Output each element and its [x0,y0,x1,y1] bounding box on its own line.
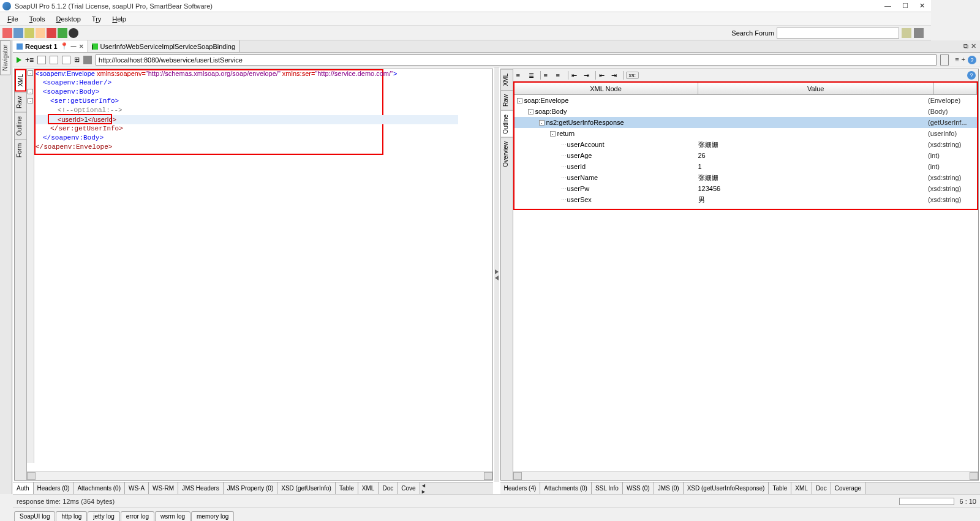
btab-attachments-0-[interactable]: Attachments (0) [540,482,592,494]
fold-icon[interactable]: - [28,98,33,103]
btab-doc[interactable]: Doc [812,482,831,494]
btab-headers-4-[interactable]: Headers (4) [500,482,541,494]
stop-button[interactable] [83,56,92,64]
navigator-tab[interactable]: Navigator [0,40,10,75]
menu-desktop[interactable]: Desktop [51,14,85,24]
align-icon[interactable]: ≡ [543,71,553,80]
toggle-icon[interactable]: - [550,131,556,137]
menu-help[interactable]: Help [107,14,131,24]
splitter[interactable] [494,67,499,482]
logtab-jetty-log[interactable]: jetty log [88,511,119,521]
user-icon[interactable] [36,28,45,38]
tree-row[interactable]: ⋯userAccount张姗姗(xsd:string) [514,139,932,150]
maximize-button[interactable]: ☐ [902,2,908,10]
tree-row[interactable]: ⋯userAge26(int) [514,150,932,161]
tree-row[interactable]: -soap:Body(Body) [514,106,932,117]
btab-table[interactable]: Table [769,482,791,494]
indent-icon[interactable]: ⇥ [611,71,620,80]
tab-min-icon[interactable]: — [71,43,77,50]
col-value[interactable]: Value [698,83,932,94]
tb-btn-2[interactable] [50,56,58,64]
logtab-memory-log[interactable]: memory log [191,511,234,521]
fold-icon[interactable]: - [28,70,33,76]
search-icon[interactable] [902,28,911,38]
vtab-xml[interactable]: XML [501,69,513,90]
search-forum-input[interactable] [777,28,899,39]
btab-xsd-getuserinforesponse-[interactable]: XSD (getUserInfoResponse) [684,482,769,494]
indent-icon[interactable]: ⇤ [598,71,608,80]
menu-tools[interactable]: Tools [24,14,50,24]
btab-ws-rm[interactable]: WS-RM [149,482,178,494]
splitter-left-icon[interactable] [495,275,499,280]
btab-xml[interactable]: XML [791,482,812,494]
indent-icon[interactable]: ⇥ [583,71,593,80]
cut-icon[interactable] [47,28,56,38]
btab-headers-0-[interactable]: Headers (0) [34,482,74,494]
logtab-error-log[interactable]: error log [121,511,154,521]
align-icon[interactable]: ≡ [556,71,565,80]
new-icon[interactable] [2,28,12,38]
toggle-icon[interactable]: - [528,109,533,114]
btab-table[interactable]: Table [336,482,358,494]
tb-btn-4[interactable]: ⊞ [74,56,80,64]
h-scrollbar[interactable] [513,471,932,480]
btab-jms-headers[interactable]: JMS Headers [178,482,224,494]
tree-row[interactable]: ⋯userId1(int) [514,161,932,172]
save-icon[interactable] [13,28,23,38]
vtab-form[interactable]: Form [15,139,26,161]
tree-row[interactable]: -ns2:getUserInfoResponse(getUserInf... [514,117,932,128]
col-xml-node[interactable]: XML Node [514,83,698,94]
tab-request-1[interactable]: Request 1 📍 — ✕ [13,40,88,52]
vtab-outline[interactable]: Outline [15,112,26,140]
menu-try[interactable]: Try [87,14,106,24]
h-scrollbar[interactable] [27,471,492,480]
tab-pin-icon[interactable]: 📍 [60,42,69,50]
tab-binding[interactable]: I UserInfoWebServiceImplServiceSoapBindi… [88,40,240,52]
indent-icon[interactable]: ⇤ [571,71,581,80]
settings-icon[interactable] [914,28,924,38]
align-icon[interactable]: ≣ [528,71,538,80]
tab-close-button[interactable]: ✕ [79,43,84,50]
tree-row[interactable]: ⋯userName张姗姗(xsd:string) [514,172,932,183]
btab-jms-property-0-[interactable]: JMS Property (0) [224,482,278,494]
toggle-icon[interactable]: - [539,120,545,126]
btab-jms-0-[interactable]: JMS (0) [654,482,684,494]
btab-xsd-getuserinfo-[interactable]: XSD (getUserInfo) [277,482,336,494]
splitter-right-icon[interactable] [495,269,499,274]
vtab-overview[interactable]: Overview [501,137,513,171]
btab-cove[interactable]: Cove [398,482,420,494]
xml-editor[interactable]: - - - <soapenv:Envelope xmlns:soapenv="h… [27,69,492,480]
toggle-icon[interactable]: - [517,98,522,103]
tree-body[interactable]: -soap:Envelope(Envelope)-soap:Body(Body)… [514,95,932,209]
btab-nav[interactable]: ◄ ► [420,482,428,495]
menu-file[interactable]: File [2,14,23,24]
run-button[interactable] [17,57,21,63]
tree-row[interactable]: ⋯userSex男(xsd:string) [514,194,932,205]
vtab-raw[interactable]: Raw [15,92,26,112]
btab-wss-0-[interactable]: WSS (0) [623,482,654,494]
add-to-testcase-icon[interactable]: +≡ [25,56,34,64]
btab-ssl-info[interactable]: SSL Info [592,482,623,494]
refresh-icon[interactable] [69,28,78,38]
vtab-xml[interactable]: XML [15,69,26,92]
btab-attachments-0-[interactable]: Attachments (0) [74,482,125,494]
align-left-icon[interactable]: ≡ [516,71,526,80]
btab-xml[interactable]: XML [358,482,379,494]
prefs-icon[interactable] [58,28,67,38]
endpoint-url[interactable]: http://localhost:8080/webservice/userLis… [96,54,931,66]
btab-doc[interactable]: Doc [379,482,398,494]
vtab-outline[interactable]: Outline [501,110,513,138]
fold-icon[interactable]: - [28,89,33,94]
logtab-http-log[interactable]: http log [56,511,87,521]
tree-row[interactable]: -return(userInfo) [514,128,932,139]
btab-coverage[interactable]: Coverage [831,482,865,494]
logtab-wsrm-log[interactable]: wsrm log [155,511,190,521]
tb-btn-3[interactable] [62,56,70,64]
vtab-raw[interactable]: Raw [501,90,513,110]
logtab-soapui-log[interactable]: SoapUI log [14,511,55,521]
minimize-button[interactable]: — [884,2,891,10]
close-button[interactable]: ✕ [919,2,925,10]
tb-btn-1[interactable] [37,56,46,64]
btab-ws-a[interactable]: WS-A [125,482,149,494]
import-icon[interactable] [24,28,34,38]
